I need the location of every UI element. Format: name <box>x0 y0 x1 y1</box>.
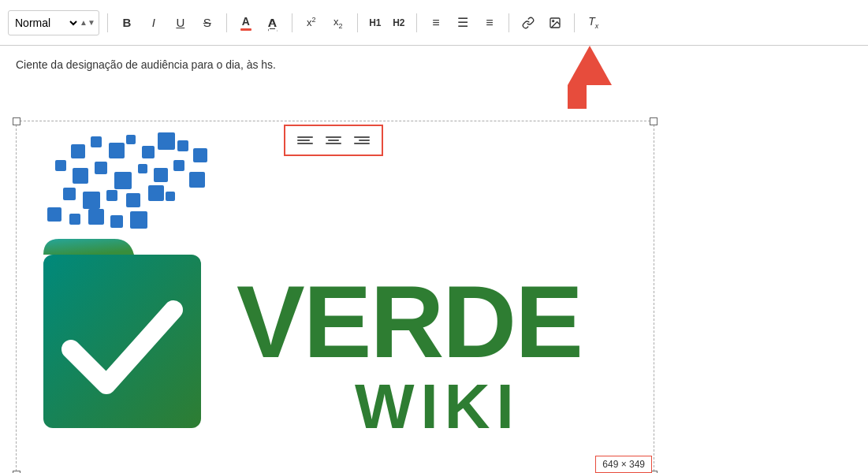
ordered-list-button[interactable]: ≡ <box>425 12 447 34</box>
svg-rect-7 <box>158 132 175 150</box>
svg-rect-20 <box>106 190 117 201</box>
unordered-list-button[interactable]: ☰ <box>452 12 474 34</box>
link-button[interactable] <box>517 12 539 34</box>
color-bar <box>240 28 251 31</box>
svg-rect-2 <box>71 144 85 158</box>
svg-rect-25 <box>69 214 80 225</box>
svg-rect-16 <box>173 160 184 171</box>
divider-2 <box>226 13 227 32</box>
align-center-button[interactable] <box>322 131 345 150</box>
svg-rect-12 <box>95 162 107 174</box>
divider-7 <box>574 13 575 32</box>
superscript-button[interactable]: x2 <box>300 12 322 34</box>
strikethrough-button[interactable]: S <box>196 12 218 34</box>
handle-top-left[interactable] <box>13 117 20 125</box>
clear-format-button[interactable]: Tx <box>583 12 605 34</box>
svg-text:VERDE: VERDE <box>237 264 582 379</box>
svg-rect-23 <box>166 192 175 201</box>
svg-rect-17 <box>189 172 205 188</box>
svg-rect-22 <box>148 185 164 201</box>
image-size-badge: 649 × 349 <box>595 456 652 473</box>
editor-body-text: Ciente da designação de audiência para o… <box>16 58 852 71</box>
svg-rect-5 <box>126 135 136 144</box>
h1-button[interactable]: H1 <box>366 12 385 34</box>
align-button[interactable]: ≡ <box>479 12 501 34</box>
svg-rect-11 <box>73 168 88 184</box>
svg-rect-18 <box>63 188 76 200</box>
svg-rect-10 <box>55 160 66 171</box>
font-color-button[interactable]: A <box>235 12 257 34</box>
image-container[interactable]: VERDE WIKI 649 × 349 <box>16 121 654 473</box>
svg-rect-28 <box>130 211 147 229</box>
arrow-shaft <box>568 85 587 109</box>
svg-rect-19 <box>83 192 100 209</box>
logo-image: VERDE WIKI <box>17 121 654 473</box>
svg-point-1 <box>552 20 553 21</box>
divider-6 <box>509 13 509 32</box>
svg-rect-14 <box>138 164 147 173</box>
divider-5 <box>416 13 417 32</box>
svg-text:WIKI: WIKI <box>355 371 520 441</box>
svg-rect-4 <box>109 143 125 158</box>
style-selector[interactable]: Normal Heading 1 Heading 2 Paragraph ▲▼ <box>8 10 99 35</box>
italic-button[interactable]: I <box>143 12 165 34</box>
align-right-button[interactable] <box>350 131 374 150</box>
underline-button[interactable]: U <box>170 12 192 34</box>
svg-rect-24 <box>47 207 61 222</box>
toolbar: Normal Heading 1 Heading 2 Paragraph ▲▼ … <box>0 0 868 46</box>
svg-rect-3 <box>91 136 102 147</box>
style-select[interactable]: Normal Heading 1 Heading 2 Paragraph <box>12 16 80 30</box>
subscript-button[interactable]: x2 <box>327 12 349 34</box>
align-left-button[interactable] <box>293 131 317 150</box>
svg-rect-6 <box>142 146 155 158</box>
image-button[interactable] <box>544 12 566 34</box>
svg-rect-26 <box>88 209 104 225</box>
divider-4 <box>357 13 358 32</box>
svg-rect-21 <box>126 193 140 207</box>
divider-1 <box>107 13 108 32</box>
svg-rect-8 <box>177 140 188 151</box>
svg-rect-27 <box>110 215 123 228</box>
svg-rect-15 <box>154 168 168 182</box>
font-color-styled-button[interactable]: A̲ <box>262 12 284 34</box>
bold-button[interactable]: B <box>116 12 138 34</box>
editor-area: Ciente da designação de audiência para o… <box>0 46 868 473</box>
divider-3 <box>292 13 292 32</box>
svg-rect-9 <box>193 148 207 162</box>
h2-button[interactable]: H2 <box>389 12 408 34</box>
arrow-head <box>568 46 612 85</box>
align-popup <box>284 125 383 156</box>
svg-rect-13 <box>114 172 132 189</box>
handle-top-right[interactable] <box>650 117 658 125</box>
